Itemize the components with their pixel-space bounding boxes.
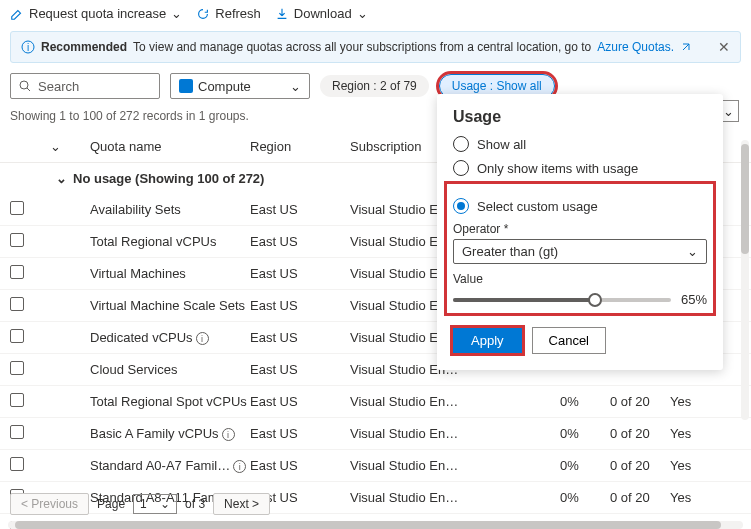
- quota-increase-button[interactable]: Request quota increase ⌄: [10, 6, 182, 21]
- row-checkbox[interactable]: [10, 233, 24, 247]
- cell-name: Total Regional Spot vCPUs: [90, 394, 250, 409]
- download-icon: [275, 7, 289, 21]
- refresh-icon: [196, 7, 210, 21]
- banner-text: To view and manage quotas across all you…: [133, 40, 591, 54]
- row-checkbox[interactable]: [10, 457, 24, 471]
- row-checkbox[interactable]: [10, 297, 24, 311]
- cell-subscription: Visual Studio En…: [350, 426, 470, 441]
- download-button[interactable]: Download ⌄: [275, 6, 368, 21]
- region-filter-pill[interactable]: Region : 2 of 79: [320, 75, 429, 97]
- row-checkbox[interactable]: [10, 329, 24, 343]
- flyout-title: Usage: [453, 108, 707, 126]
- download-label: Download: [294, 6, 352, 21]
- row-checkbox[interactable]: [10, 361, 24, 375]
- operator-select[interactable]: Greater than (gt) ⌄: [453, 239, 707, 264]
- close-icon[interactable]: ✕: [718, 39, 730, 55]
- table-row[interactable]: Total Regional Spot vCPUs East US Visual…: [0, 386, 751, 418]
- chevron-down-icon: ⌄: [56, 171, 67, 186]
- edit-icon: [10, 7, 24, 21]
- cell-name: Cloud Services: [90, 362, 250, 377]
- table-row[interactable]: Standard A0-A7 Famil…i East US Visual St…: [0, 450, 751, 482]
- cell-region: East US: [250, 234, 350, 249]
- cell-name: Standard A0-A7 Famil…i: [90, 458, 250, 474]
- info-icon[interactable]: i: [196, 332, 209, 345]
- value-slider[interactable]: [453, 298, 671, 302]
- col-quota-name[interactable]: Quota name: [90, 139, 250, 154]
- radio-icon: [453, 160, 469, 176]
- refresh-label: Refresh: [215, 6, 261, 21]
- cell-region: East US: [250, 298, 350, 313]
- cell-region: East US: [250, 394, 350, 409]
- horizontal-scrollbar[interactable]: [8, 521, 743, 529]
- quota-increase-label: Request quota increase: [29, 6, 166, 21]
- cell-percent: 0%: [560, 394, 610, 409]
- azure-quotas-link[interactable]: Azure Quotas.: [597, 40, 674, 54]
- info-icon[interactable]: i: [222, 428, 235, 441]
- chevron-down-icon[interactable]: ⌄: [50, 139, 90, 154]
- cell-name: Basic A Family vCPUsi: [90, 426, 250, 442]
- chevron-down-icon: ⌄: [723, 104, 734, 119]
- search-input[interactable]: Search: [10, 73, 160, 99]
- svg-text:i: i: [27, 42, 29, 53]
- prev-page-button[interactable]: < Previous: [10, 493, 89, 515]
- row-checkbox[interactable]: [10, 425, 24, 439]
- chevron-down-icon: ⌄: [357, 6, 368, 21]
- row-checkbox[interactable]: [10, 393, 24, 407]
- chevron-down-icon: ⌄: [171, 6, 182, 21]
- cell-name: Virtual Machine Scale Sets: [90, 298, 250, 313]
- radio-custom-usage[interactable]: Select custom usage: [453, 198, 707, 214]
- cell-subscription: Visual Studio En…: [350, 458, 470, 473]
- col-region[interactable]: Region: [250, 139, 350, 154]
- cell-name: Dedicated vCPUsi: [90, 330, 250, 346]
- cell-region: East US: [250, 202, 350, 217]
- search-placeholder: Search: [38, 79, 79, 94]
- cell-name: Availability Sets: [90, 202, 250, 217]
- external-link-icon: [680, 41, 692, 53]
- operator-label: Operator *: [453, 222, 707, 236]
- group-label: No usage (Showing 100 of 272): [73, 171, 264, 186]
- cell-region: East US: [250, 458, 350, 473]
- refresh-button[interactable]: Refresh: [196, 6, 261, 21]
- radio-icon: [453, 198, 469, 214]
- vertical-scrollbar[interactable]: [741, 140, 749, 420]
- row-checkbox[interactable]: [10, 265, 24, 279]
- chevron-down-icon: ⌄: [290, 79, 301, 94]
- table-row[interactable]: Basic A Family vCPUsi East US Visual Stu…: [0, 418, 751, 450]
- page-of: of 3: [185, 497, 205, 511]
- value-label: Value: [453, 272, 707, 286]
- value-percent: 65%: [681, 292, 707, 307]
- cell-region: East US: [250, 330, 350, 345]
- cell-subscription: Visual Studio En…: [350, 394, 470, 409]
- provider-combo[interactable]: Compute ⌄: [170, 73, 310, 99]
- cell-name: Virtual Machines: [90, 266, 250, 281]
- chevron-down-icon: ⌄: [160, 497, 170, 511]
- cell-quota: 0 of 20: [610, 426, 670, 441]
- cell-percent: 0%: [560, 426, 610, 441]
- usage-filter-flyout: Usage Show all Only show items with usag…: [437, 94, 723, 370]
- operator-value: Greater than (gt): [462, 244, 558, 259]
- info-icon: i: [21, 40, 35, 54]
- svg-point-2: [20, 81, 28, 89]
- info-icon[interactable]: i: [233, 460, 246, 473]
- cancel-button[interactable]: Cancel: [532, 327, 606, 354]
- recommendation-banner: i Recommended To view and manage quotas …: [10, 31, 741, 63]
- cell-quota: 0 of 20: [610, 458, 670, 473]
- cell-percent: 0%: [560, 458, 610, 473]
- row-checkbox[interactable]: [10, 201, 24, 215]
- cell-region: East US: [250, 426, 350, 441]
- apply-button[interactable]: Apply: [453, 328, 522, 353]
- compute-icon: [179, 79, 193, 93]
- banner-title: Recommended: [41, 40, 127, 54]
- search-icon: [19, 80, 32, 93]
- radio-show-all[interactable]: Show all: [453, 136, 707, 152]
- page-label: Page: [97, 497, 125, 511]
- radio-only-usage[interactable]: Only show items with usage: [453, 160, 707, 176]
- chevron-down-icon: ⌄: [687, 244, 698, 259]
- cell-adjustable: Yes: [670, 426, 720, 441]
- cell-adjustable: Yes: [670, 394, 720, 409]
- provider-value: Compute: [198, 79, 251, 94]
- page-input[interactable]: 1⌄: [133, 494, 177, 514]
- cell-name: Total Regional vCPUs: [90, 234, 250, 249]
- radio-icon: [453, 136, 469, 152]
- next-page-button[interactable]: Next >: [213, 493, 270, 515]
